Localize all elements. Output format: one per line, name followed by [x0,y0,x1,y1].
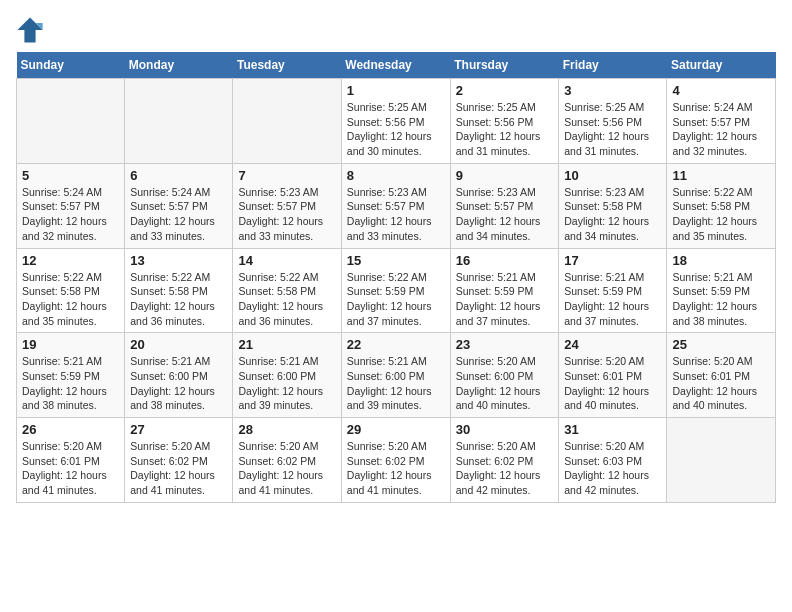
day-info: Sunrise: 5:20 AM Sunset: 6:03 PM Dayligh… [564,439,661,498]
day-number: 25 [672,337,770,352]
day-number: 5 [22,168,119,183]
day-number: 16 [456,253,554,268]
day-info: Sunrise: 5:20 AM Sunset: 6:01 PM Dayligh… [672,354,770,413]
calendar-cell: 3Sunrise: 5:25 AM Sunset: 5:56 PM Daylig… [559,79,667,164]
day-number: 22 [347,337,445,352]
day-info: Sunrise: 5:21 AM Sunset: 6:00 PM Dayligh… [130,354,227,413]
day-number: 28 [238,422,335,437]
column-header-tuesday: Tuesday [233,52,341,79]
day-number: 17 [564,253,661,268]
day-number: 20 [130,337,227,352]
day-info: Sunrise: 5:21 AM Sunset: 5:59 PM Dayligh… [672,270,770,329]
day-info: Sunrise: 5:20 AM Sunset: 6:02 PM Dayligh… [238,439,335,498]
calendar-cell [125,79,233,164]
column-header-saturday: Saturday [667,52,776,79]
day-info: Sunrise: 5:20 AM Sunset: 6:02 PM Dayligh… [347,439,445,498]
day-info: Sunrise: 5:20 AM Sunset: 6:02 PM Dayligh… [456,439,554,498]
logo [16,16,48,44]
calendar-cell: 21Sunrise: 5:21 AM Sunset: 6:00 PM Dayli… [233,333,341,418]
day-number: 19 [22,337,119,352]
day-number: 7 [238,168,335,183]
day-info: Sunrise: 5:20 AM Sunset: 6:01 PM Dayligh… [564,354,661,413]
calendar-cell: 12Sunrise: 5:22 AM Sunset: 5:58 PM Dayli… [17,248,125,333]
day-info: Sunrise: 5:24 AM Sunset: 5:57 PM Dayligh… [672,100,770,159]
day-number: 27 [130,422,227,437]
day-info: Sunrise: 5:21 AM Sunset: 5:59 PM Dayligh… [456,270,554,329]
column-header-wednesday: Wednesday [341,52,450,79]
column-header-monday: Monday [125,52,233,79]
calendar-cell: 1Sunrise: 5:25 AM Sunset: 5:56 PM Daylig… [341,79,450,164]
day-info: Sunrise: 5:22 AM Sunset: 5:58 PM Dayligh… [238,270,335,329]
column-header-sunday: Sunday [17,52,125,79]
calendar-cell: 28Sunrise: 5:20 AM Sunset: 6:02 PM Dayli… [233,418,341,503]
calendar-cell: 30Sunrise: 5:20 AM Sunset: 6:02 PM Dayli… [450,418,559,503]
day-number: 29 [347,422,445,437]
day-info: Sunrise: 5:22 AM Sunset: 5:58 PM Dayligh… [672,185,770,244]
day-info: Sunrise: 5:24 AM Sunset: 5:57 PM Dayligh… [130,185,227,244]
day-info: Sunrise: 5:21 AM Sunset: 5:59 PM Dayligh… [22,354,119,413]
calendar-week-row: 26Sunrise: 5:20 AM Sunset: 6:01 PM Dayli… [17,418,776,503]
day-info: Sunrise: 5:22 AM Sunset: 5:58 PM Dayligh… [130,270,227,329]
day-number: 31 [564,422,661,437]
day-number: 9 [456,168,554,183]
calendar-cell [667,418,776,503]
calendar-cell [17,79,125,164]
day-number: 11 [672,168,770,183]
day-number: 21 [238,337,335,352]
calendar-week-row: 1Sunrise: 5:25 AM Sunset: 5:56 PM Daylig… [17,79,776,164]
day-number: 10 [564,168,661,183]
calendar-cell: 25Sunrise: 5:20 AM Sunset: 6:01 PM Dayli… [667,333,776,418]
calendar-cell: 24Sunrise: 5:20 AM Sunset: 6:01 PM Dayli… [559,333,667,418]
calendar-cell: 22Sunrise: 5:21 AM Sunset: 6:00 PM Dayli… [341,333,450,418]
day-number: 18 [672,253,770,268]
page-header [16,16,776,44]
calendar-cell [233,79,341,164]
calendar-cell: 17Sunrise: 5:21 AM Sunset: 5:59 PM Dayli… [559,248,667,333]
calendar-cell: 26Sunrise: 5:20 AM Sunset: 6:01 PM Dayli… [17,418,125,503]
day-info: Sunrise: 5:22 AM Sunset: 5:58 PM Dayligh… [22,270,119,329]
calendar-cell: 27Sunrise: 5:20 AM Sunset: 6:02 PM Dayli… [125,418,233,503]
day-number: 2 [456,83,554,98]
calendar-cell: 29Sunrise: 5:20 AM Sunset: 6:02 PM Dayli… [341,418,450,503]
calendar-cell: 9Sunrise: 5:23 AM Sunset: 5:57 PM Daylig… [450,163,559,248]
calendar-cell: 5Sunrise: 5:24 AM Sunset: 5:57 PM Daylig… [17,163,125,248]
calendar-cell: 11Sunrise: 5:22 AM Sunset: 5:58 PM Dayli… [667,163,776,248]
calendar-week-row: 19Sunrise: 5:21 AM Sunset: 5:59 PM Dayli… [17,333,776,418]
day-number: 12 [22,253,119,268]
calendar-week-row: 12Sunrise: 5:22 AM Sunset: 5:58 PM Dayli… [17,248,776,333]
calendar-week-row: 5Sunrise: 5:24 AM Sunset: 5:57 PM Daylig… [17,163,776,248]
day-info: Sunrise: 5:23 AM Sunset: 5:57 PM Dayligh… [238,185,335,244]
calendar-cell: 20Sunrise: 5:21 AM Sunset: 6:00 PM Dayli… [125,333,233,418]
day-info: Sunrise: 5:21 AM Sunset: 5:59 PM Dayligh… [564,270,661,329]
svg-marker-0 [17,17,42,42]
day-number: 14 [238,253,335,268]
calendar-cell: 8Sunrise: 5:23 AM Sunset: 5:57 PM Daylig… [341,163,450,248]
day-number: 24 [564,337,661,352]
day-number: 4 [672,83,770,98]
column-header-friday: Friday [559,52,667,79]
calendar-cell: 16Sunrise: 5:21 AM Sunset: 5:59 PM Dayli… [450,248,559,333]
day-info: Sunrise: 5:22 AM Sunset: 5:59 PM Dayligh… [347,270,445,329]
day-number: 8 [347,168,445,183]
calendar-table: SundayMondayTuesdayWednesdayThursdayFrid… [16,52,776,503]
day-number: 6 [130,168,227,183]
calendar-body: 1Sunrise: 5:25 AM Sunset: 5:56 PM Daylig… [17,79,776,503]
day-info: Sunrise: 5:20 AM Sunset: 6:02 PM Dayligh… [130,439,227,498]
calendar-cell: 18Sunrise: 5:21 AM Sunset: 5:59 PM Dayli… [667,248,776,333]
logo-icon [16,16,44,44]
day-info: Sunrise: 5:20 AM Sunset: 6:00 PM Dayligh… [456,354,554,413]
day-info: Sunrise: 5:23 AM Sunset: 5:58 PM Dayligh… [564,185,661,244]
day-number: 3 [564,83,661,98]
day-info: Sunrise: 5:25 AM Sunset: 5:56 PM Dayligh… [347,100,445,159]
calendar-header-row: SundayMondayTuesdayWednesdayThursdayFrid… [17,52,776,79]
day-info: Sunrise: 5:21 AM Sunset: 6:00 PM Dayligh… [347,354,445,413]
day-info: Sunrise: 5:23 AM Sunset: 5:57 PM Dayligh… [347,185,445,244]
calendar-cell: 14Sunrise: 5:22 AM Sunset: 5:58 PM Dayli… [233,248,341,333]
calendar-cell: 23Sunrise: 5:20 AM Sunset: 6:00 PM Dayli… [450,333,559,418]
calendar-cell: 7Sunrise: 5:23 AM Sunset: 5:57 PM Daylig… [233,163,341,248]
calendar-cell: 13Sunrise: 5:22 AM Sunset: 5:58 PM Dayli… [125,248,233,333]
calendar-cell: 6Sunrise: 5:24 AM Sunset: 5:57 PM Daylig… [125,163,233,248]
day-info: Sunrise: 5:21 AM Sunset: 6:00 PM Dayligh… [238,354,335,413]
day-number: 15 [347,253,445,268]
calendar-cell: 19Sunrise: 5:21 AM Sunset: 5:59 PM Dayli… [17,333,125,418]
